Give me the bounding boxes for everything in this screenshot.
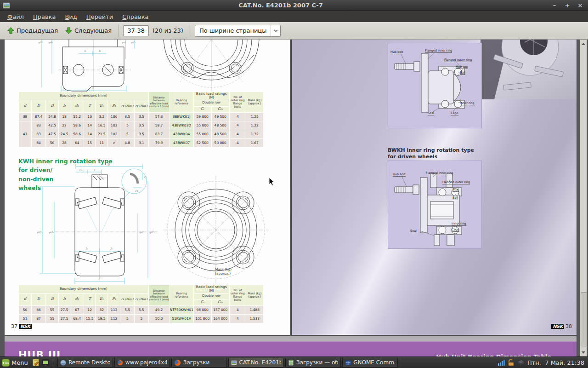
next-spread-band: HUB III Hub Unit Bearing Dimension Table bbox=[5, 341, 577, 356]
network-signal-icon[interactable] bbox=[498, 359, 505, 366]
svg-text:B: B bbox=[107, 163, 110, 167]
table-row: 438342.52258.61416.510253.558.743BWK03D5… bbox=[19, 121, 264, 130]
task-button-pdf-viewer[interactable]: CAT.No. E4201b... bbox=[228, 358, 284, 368]
front-view-partial bbox=[152, 40, 271, 91]
remote-desktop-icon bbox=[60, 359, 66, 366]
svg-text:φd: φd bbox=[139, 230, 144, 234]
toolbar-separator bbox=[189, 25, 189, 37]
label-cage: Cage bbox=[452, 228, 459, 232]
svg-text:φd: φd bbox=[122, 40, 126, 44]
scroll-down-button[interactable] bbox=[580, 349, 587, 356]
firefox-icon bbox=[174, 359, 181, 366]
menu-help[interactable]: Справка bbox=[118, 12, 153, 22]
label-flanged-inner-ring: Flanged inner ring bbox=[426, 171, 453, 175]
mass-note: Mass (kg) (approx.) bbox=[215, 267, 232, 276]
svg-text:φP₁: φP₁ bbox=[131, 40, 136, 44]
show-desktop-launcher[interactable] bbox=[41, 358, 50, 367]
close-button[interactable]: × bbox=[577, 2, 583, 9]
hub-unit-diagram-panel-bottom: Hub bolt Flanged inner ring Flanged oute… bbox=[388, 161, 482, 249]
file-manager-icon bbox=[288, 359, 294, 366]
mint-menu-button[interactable]: Lm Menu bbox=[0, 357, 32, 368]
svg-text:ℓ: ℓ bbox=[98, 277, 100, 281]
menu-go[interactable]: Перейти bbox=[82, 12, 118, 22]
label-inner-ring: Inner ring bbox=[452, 222, 466, 226]
page-number-input[interactable] bbox=[123, 25, 149, 36]
menubar: Файл Правка Вид Перейти Справка bbox=[0, 11, 588, 22]
page-footer-right: NSK 38 bbox=[551, 323, 572, 329]
label-hub-bolt: Hub bolt bbox=[390, 50, 403, 54]
previous-page-button[interactable]: Предыдущая bbox=[4, 26, 62, 35]
document-view: φD φd₁ φd φP₁ b b ℓ bbox=[0, 40, 588, 356]
clock[interactable]: Птн, 7 Май, 21:38 bbox=[527, 359, 584, 366]
section-drawing-partial: φD φd₁ φd φP₁ b b ℓ bbox=[16, 40, 152, 94]
mint-logo-icon: Lm bbox=[2, 359, 10, 367]
zoom-level-select[interactable]: По ширине страницы bbox=[195, 25, 281, 37]
taskbar: Lm Menu Remote Deskto... bbox=[0, 356, 588, 368]
display-icon bbox=[42, 359, 49, 366]
lock-icon[interactable] bbox=[507, 359, 514, 366]
menu-edit[interactable]: Правка bbox=[28, 12, 60, 22]
table-row: 51875527.568.415.519.51125550.051KWH01A1… bbox=[19, 314, 264, 323]
down-arrow-icon bbox=[65, 27, 72, 34]
scroll-up-button[interactable] bbox=[580, 40, 587, 47]
label-seal: Seal bbox=[410, 229, 417, 233]
removable-device-icon[interactable] bbox=[517, 359, 525, 366]
task-button-firefox-downloads[interactable]: Загрузки bbox=[171, 358, 227, 368]
label-flanged-outer-ring: Flanged outer ring bbox=[444, 58, 472, 62]
svg-text:B₁: B₁ bbox=[79, 168, 83, 172]
svg-text:φd₁: φd₁ bbox=[49, 230, 54, 234]
page-footer-left: 37 NSK bbox=[11, 323, 32, 329]
gnome-commander-icon bbox=[345, 359, 351, 366]
label-flanged-outer-ring: Flanged outer ring bbox=[442, 180, 470, 184]
nsk-logo: NSK bbox=[551, 324, 564, 329]
pdf-page-38: Hub bolt Flanged inner ring Flanged oute… bbox=[291, 40, 577, 335]
vertical-scrollbar[interactable] bbox=[580, 40, 587, 356]
table-row: 8347.524.558.61421.510253.563.743BWK0455… bbox=[19, 130, 264, 138]
table-row: 845628641511c4.83.179.943BWK0752 50050 0… bbox=[19, 138, 264, 147]
task-button-gnome-commander[interactable]: GNOME Comm... bbox=[342, 358, 398, 368]
svg-text:φD: φD bbox=[38, 40, 43, 44]
chevron-down-icon bbox=[271, 25, 280, 36]
toolbar: Предыдущая Следующая (20 из 23) По ширин… bbox=[0, 22, 588, 40]
task-button-remote-desktop[interactable]: Remote Deskto... bbox=[57, 358, 113, 368]
page-number: 38 bbox=[565, 323, 572, 329]
svg-text:b: b bbox=[85, 247, 88, 251]
bwkh-section-heading: BWKH inner ring rotation type for driven… bbox=[388, 147, 474, 160]
task-button-firefox-pajero[interactable]: www.pajero4x4... bbox=[114, 358, 170, 368]
svg-text:T: T bbox=[93, 168, 96, 172]
svg-text:φD: φD bbox=[37, 230, 42, 234]
label-seal: Seal bbox=[452, 188, 459, 192]
svg-text:Lm: Lm bbox=[2, 361, 9, 365]
scrollbar-thumb[interactable] bbox=[581, 292, 587, 346]
text-editor-launcher[interactable] bbox=[32, 358, 41, 367]
menu-view[interactable]: Вид bbox=[60, 12, 81, 22]
next-spread-subtitle: Hub Unit Bearing Dimension Table bbox=[436, 353, 551, 356]
svg-text:φd₁: φd₁ bbox=[48, 40, 53, 44]
menu-file[interactable]: Файл bbox=[3, 12, 28, 22]
boundary-dimensions-table-upper: Boundary dimensions (mm) Distance betwee… bbox=[18, 92, 264, 148]
label-seal: Seal bbox=[428, 111, 434, 115]
page-number: 37 bbox=[11, 323, 17, 329]
next-page-button[interactable]: Следующая bbox=[62, 26, 115, 35]
up-arrow-icon bbox=[7, 27, 14, 34]
table-row: 3887.454.81855.2103.21063.53.557.338BWK0… bbox=[19, 112, 264, 121]
label-ball: Ball bbox=[452, 196, 458, 200]
minimize-button[interactable]: – bbox=[551, 2, 558, 9]
label-ball: Ball bbox=[460, 71, 465, 75]
system-tray: Птн, 7 Май, 21:38 bbox=[494, 359, 588, 366]
toolbar-separator bbox=[118, 25, 119, 37]
label-hub-bolt: Hub bolt bbox=[393, 172, 406, 177]
nsk-logo: NSK bbox=[19, 324, 32, 329]
label-cage: Cage bbox=[451, 111, 458, 115]
page-gap bbox=[5, 336, 577, 341]
svg-text:ry: ry bbox=[144, 175, 147, 179]
label-inner-ring: Inner ring bbox=[460, 101, 475, 105]
task-button-downloads-folder[interactable]: Загрузки — об... bbox=[285, 358, 341, 368]
taskbar-separator bbox=[52, 359, 55, 366]
svg-text:b: b bbox=[84, 49, 86, 52]
next-spread-title: HUB III bbox=[18, 349, 61, 356]
text-editor-icon bbox=[33, 359, 40, 366]
maximize-button[interactable]: + bbox=[564, 2, 571, 9]
svg-text:b: b bbox=[99, 49, 101, 52]
hub-unit-diagram-panel-top: Hub bolt Flanged inner ring Flanged oute… bbox=[388, 43, 482, 128]
